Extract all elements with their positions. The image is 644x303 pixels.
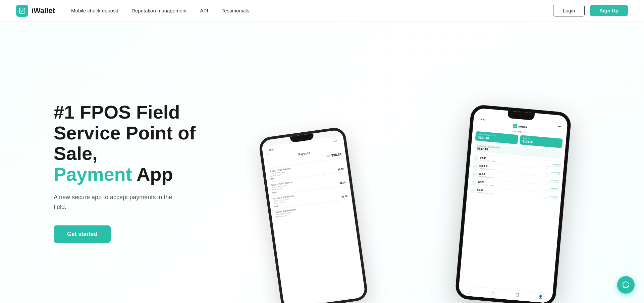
payout-total-lbl-0: total	[270, 177, 275, 180]
txn-icon-3: ↑	[471, 180, 476, 185]
phone-front-screen: 12:01 ●●● W iWallet December 13 Sales Ca…	[458, 115, 568, 303]
txn-right-4: completed Dec 13, 12:24 PM	[544, 194, 558, 200]
payout-total-lbl-2: total	[274, 205, 278, 208]
payout-total-lbl-1: total	[272, 191, 277, 194]
phone-logo-icon: W	[513, 124, 517, 128]
home-nav-icon: ⌂	[468, 288, 473, 293]
hero-subtitle: A new secure app to accept payments in t…	[54, 192, 181, 212]
hero-title-after-accent: App	[132, 164, 173, 185]
nav-actions: Login Sign Up	[553, 5, 628, 16]
phone-back-time: 12:53	[269, 148, 274, 151]
reports-nav-icon: ▤	[491, 290, 496, 295]
profile-nav-icon: 👤	[538, 294, 543, 299]
logo-area[interactable]: iWallet	[16, 5, 55, 17]
hero-content: #1 FPOS Field Service Point of Sale, Pay…	[54, 102, 228, 243]
brand-name: iWallet	[32, 6, 55, 15]
hero-title-line1: #1 FPOS Field	[54, 101, 180, 123]
login-button[interactable]: Login	[553, 5, 585, 16]
hero-phones: 12:53 ●●● ‹ Payouts paid $38.34 Source: …	[228, 42, 590, 303]
payout-total-label: paid	[325, 155, 330, 158]
profile-nav-label: Profile	[538, 299, 542, 301]
svg-rect-0	[19, 8, 25, 13]
get-started-button[interactable]: Get started	[54, 225, 111, 243]
bottom-nav-profile: 👤 Profile	[538, 294, 543, 301]
phone-front-mockup: 12:01 ●●● W iWallet December 13 Sales Ca…	[454, 104, 572, 303]
txn-right-2: completed Dec 13, 12:24 PM	[545, 179, 559, 184]
payout-total-val-2: $3.00	[341, 195, 347, 198]
txn-right-0: completed Dec 13, 12:26 PM	[547, 163, 560, 168]
txn-icon-0: ↑	[473, 156, 478, 161]
chat-bubble-button[interactable]	[617, 276, 635, 294]
nav-mobile-check-deposit[interactable]: Mobile check deposit	[71, 8, 118, 13]
hero-title: #1 FPOS Field Service Point of Sale, Pay…	[54, 102, 228, 184]
hero-title-accent: Payment	[54, 164, 132, 185]
phone-logo-text: iWallet	[518, 125, 527, 129]
txn-icon-2: ↑	[472, 172, 477, 177]
nav-testimonials[interactable]: Testimonials	[222, 8, 250, 13]
home-nav-label: Home	[468, 293, 472, 295]
logo-icon	[16, 5, 28, 17]
txn-icon-4: ↑	[471, 188, 476, 193]
payouts-nav-icon: 📋	[515, 292, 520, 297]
payout-total-val-1: $1.00	[339, 181, 345, 184]
hero-section: #1 FPOS Field Service Point of Sale, Pay…	[0, 21, 644, 303]
bottom-nav-payouts: 📋 Payouts	[515, 292, 520, 299]
summary-card-1: Sales Tax $101.39	[520, 135, 563, 148]
bottom-nav: ⌂ Home ▤ Reports 📋 Payouts 👤 Profile	[458, 285, 553, 303]
bottom-nav-home: ⌂ Home	[468, 288, 473, 295]
nav-api[interactable]: API	[200, 8, 208, 13]
navbar: iWallet Mobile check deposit Reputation …	[0, 0, 644, 21]
signup-button[interactable]: Sign Up	[590, 5, 628, 16]
txn-icon-1: ↑	[473, 164, 478, 169]
txn-right-3: completed Dec 13, 12:24 PM	[545, 187, 558, 192]
hero-title-line2: Service Point of Sale,	[54, 122, 196, 164]
payout-total-amount: $38.34	[331, 152, 342, 157]
phone-back-mockup: 12:53 ●●● ‹ Payouts paid $38.34 Source: …	[258, 126, 369, 303]
phone-back-screen: 12:53 ●●● ‹ Payouts paid $38.34 Source: …	[262, 135, 366, 303]
phone-front-signals: ●●●	[558, 125, 561, 128]
payout-total-val-0: $1.00	[337, 168, 343, 171]
chat-bubble-icon	[622, 281, 630, 289]
phone-back-signals: ●●●	[334, 140, 337, 142]
nav-reputation-management[interactable]: Reputation management	[131, 8, 186, 13]
bottom-nav-reports: ▤ Reports	[491, 290, 496, 297]
phone-front-time: 12:01	[480, 118, 485, 121]
payouts-nav-label: Payouts	[515, 297, 520, 299]
nav-links: Mobile check deposit Reputation manageme…	[71, 8, 553, 13]
txn-right-1: completed Dec 13, 12:25 PM	[546, 171, 560, 176]
summary-card-0: Sales Card Last 30 Day $521.48	[475, 131, 518, 144]
reports-nav-label: Reports	[491, 295, 496, 297]
